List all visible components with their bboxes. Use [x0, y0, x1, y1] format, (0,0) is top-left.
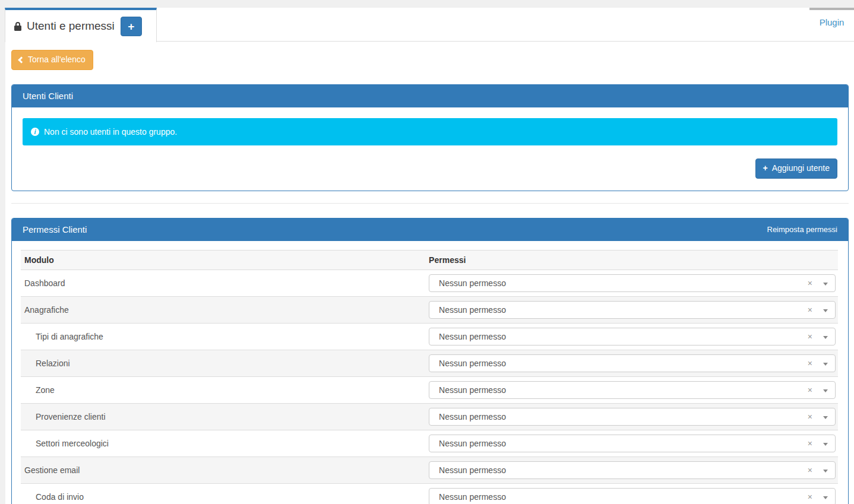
permission-select[interactable]: Nessun permesso × — [429, 301, 836, 319]
add-user-label: Aggiungi utente — [772, 163, 830, 175]
permissions-cell: Nessun permesso × — [425, 350, 838, 376]
permission-select-value: Nessun permesso — [439, 359, 506, 368]
module-cell: Relazioni — [21, 350, 425, 376]
page: Utenti e permessi + Plugin Torna all'ele… — [0, 0, 854, 504]
users-panel-title: Utenti Clienti — [23, 91, 73, 101]
permissions-cell: Nessun permesso × — [425, 376, 838, 403]
tab-content: Torna all'elenco Utenti Clienti i Non ci… — [5, 42, 854, 504]
permission-select[interactable]: Nessun permesso × — [429, 328, 836, 345]
permission-select[interactable]: Nessun permesso × — [429, 274, 836, 292]
clear-selection-icon[interactable]: × — [808, 386, 812, 394]
permissions-cell: Nessun permesso × — [425, 296, 838, 323]
tab-title: Utenti e permessi — [27, 20, 115, 33]
section-divider — [11, 203, 849, 204]
module-cell: Dashboard — [21, 270, 425, 296]
clear-selection-icon[interactable]: × — [808, 493, 812, 501]
module-cell: Gestione email — [21, 457, 425, 483]
caret-down-icon[interactable] — [823, 496, 828, 499]
plugin-link[interactable]: Plugin — [820, 17, 844, 27]
permissions-cell: Nessun permesso × — [425, 403, 838, 430]
clear-selection-icon[interactable]: × — [808, 413, 812, 421]
table-row: Tipi di anagrafiche Nessun permesso × — [21, 323, 838, 350]
add-tab-button[interactable]: + — [121, 17, 142, 36]
table-row: Provenienze clienti Nessun permesso × — [21, 403, 838, 430]
no-users-alert: i Non ci sono utenti in questo gruppo. — [23, 118, 837, 145]
permissions-cell: Nessun permesso × — [425, 270, 838, 296]
caret-down-icon[interactable] — [823, 389, 828, 392]
no-users-alert-text: Non ci sono utenti in questo gruppo. — [44, 127, 177, 137]
module-name: Settori merceologici — [24, 439, 109, 448]
permissions-table: Modulo Permessi Dashboard Nessun permess… — [21, 250, 838, 504]
column-header-module: Modulo — [21, 250, 425, 270]
caret-down-icon[interactable] — [823, 336, 828, 339]
table-row: Anagrafiche Nessun permesso × — [21, 296, 838, 323]
module-name: Relazioni — [24, 359, 70, 368]
permissions-cell: Nessun permesso × — [425, 323, 838, 350]
permissions-panel-header: Permessi Clienti Reimposta permessi — [12, 218, 848, 241]
module-name: Coda di invio — [24, 492, 84, 502]
permissions-cell: Nessun permesso × — [425, 457, 838, 483]
table-row: Settori merceologici Nessun permesso × — [21, 430, 838, 457]
module-name: Tipi di anagrafiche — [24, 332, 103, 341]
permission-select[interactable]: Nessun permesso × — [429, 354, 836, 372]
clear-selection-icon[interactable]: × — [808, 332, 812, 341]
clear-selection-icon[interactable]: × — [808, 279, 812, 287]
table-row: Coda di invio Nessun permesso × — [21, 483, 838, 504]
clear-selection-icon[interactable]: × — [808, 439, 812, 448]
users-panel-body: i Non ci sono utenti in questo gruppo. +… — [12, 107, 848, 191]
module-cell: Provenienze clienti — [21, 403, 425, 430]
caret-down-icon[interactable] — [823, 283, 828, 286]
permissions-panel-title: Permessi Clienti — [23, 224, 87, 234]
tab-plugin[interactable]: Plugin — [809, 8, 854, 42]
permissions-panel-body: Modulo Permessi Dashboard Nessun permess… — [12, 241, 848, 504]
lock-icon — [14, 21, 22, 31]
permissions-table-body: Dashboard Nessun permesso × Anagrafiche … — [21, 270, 838, 504]
back-to-list-button[interactable]: Torna all'elenco — [11, 50, 93, 70]
module-name: Gestione email — [24, 465, 80, 475]
table-row: Dashboard Nessun permesso × — [21, 270, 838, 296]
permission-select[interactable]: Nessun permesso × — [429, 488, 836, 504]
info-circle-icon: i — [31, 128, 39, 136]
permission-select-value: Nessun permesso — [439, 385, 506, 395]
module-name: Provenienze clienti — [24, 412, 106, 421]
permission-select-value: Nessun permesso — [439, 332, 506, 341]
permission-select-value: Nessun permesso — [439, 465, 506, 475]
clear-selection-icon[interactable]: × — [808, 359, 812, 367]
tab-utenti-e-permessi[interactable]: Utenti e permessi + — [5, 8, 157, 42]
caret-down-icon[interactable] — [823, 416, 828, 419]
caret-down-icon[interactable] — [823, 309, 828, 312]
permission-select[interactable]: Nessun permesso × — [429, 435, 836, 452]
caret-down-icon[interactable] — [823, 363, 828, 366]
permission-select[interactable]: Nessun permesso × — [429, 461, 836, 479]
column-header-permissions: Permessi — [425, 250, 838, 270]
permission-select-value: Nessun permesso — [439, 412, 506, 421]
table-row: Zone Nessun permesso × — [21, 376, 838, 403]
plus-icon: + — [763, 163, 768, 175]
module-name: Anagrafiche — [24, 305, 69, 315]
permissions-table-header-row: Modulo Permessi — [21, 250, 838, 270]
clear-selection-icon[interactable]: × — [808, 466, 812, 474]
module-cell: Tipi di anagrafiche — [21, 323, 425, 350]
reset-permissions-link[interactable]: Reimposta permessi — [767, 225, 838, 234]
table-row: Relazioni Nessun permesso × — [21, 350, 838, 376]
module-cell: Coda di invio — [21, 483, 425, 504]
users-panel-header: Utenti Clienti — [12, 85, 848, 107]
module-cell: Zone — [21, 376, 425, 403]
module-cell: Anagrafiche — [21, 296, 425, 323]
chevron-left-icon — [18, 56, 24, 63]
module-name: Zone — [24, 385, 55, 395]
permission-select-value: Nessun permesso — [439, 278, 506, 288]
permission-select-value: Nessun permesso — [439, 439, 506, 448]
tab-bar: Utenti e permessi + Plugin — [5, 8, 854, 42]
permission-select[interactable]: Nessun permesso × — [429, 381, 836, 399]
permissions-cell: Nessun permesso × — [425, 430, 838, 457]
caret-down-icon[interactable] — [823, 443, 828, 446]
permission-select[interactable]: Nessun permesso × — [429, 408, 836, 426]
permissions-cell: Nessun permesso × — [425, 483, 838, 504]
users-panel: Utenti Clienti i Non ci sono utenti in q… — [11, 84, 849, 191]
clear-selection-icon[interactable]: × — [808, 306, 812, 314]
module-name: Dashboard — [24, 278, 65, 288]
table-row: Gestione email Nessun permesso × — [21, 457, 838, 483]
add-user-button[interactable]: + Aggiungi utente — [755, 159, 838, 179]
caret-down-icon[interactable] — [823, 470, 828, 473]
